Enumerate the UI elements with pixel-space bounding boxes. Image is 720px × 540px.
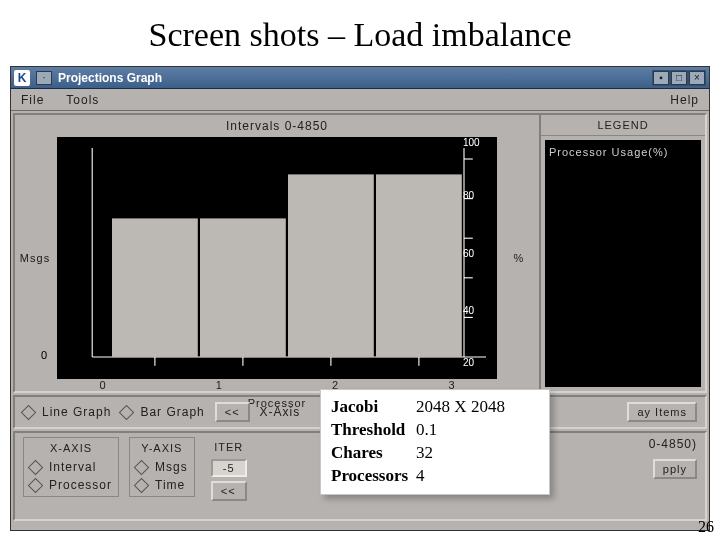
titlebar[interactable]: K · Projections Graph ▪ □ × [11, 67, 709, 89]
minimize-icon[interactable]: ▪ [653, 71, 669, 85]
apply-items-button[interactable]: ay Items [627, 402, 697, 422]
line-graph-option[interactable]: Line Graph [23, 405, 111, 419]
yaxis-msgs-option[interactable]: Msgs [136, 460, 188, 474]
xaxis-processor-label: Processor [49, 478, 112, 492]
menu-tools[interactable]: Tools [66, 93, 99, 107]
legend-title: LEGEND [541, 115, 705, 136]
chart-panel: Intervals 0-4850 Msgs [15, 115, 539, 391]
xaxis-processor-option[interactable]: Processor [30, 478, 112, 492]
xaxis-interval-label: Interval [49, 460, 96, 474]
main-panel: Intervals 0-4850 Msgs [13, 113, 707, 393]
iter-prev-button[interactable]: << [211, 481, 247, 501]
close-icon[interactable]: × [689, 71, 705, 85]
window-sticky-icon[interactable]: · [36, 71, 52, 85]
xtick: 1 [216, 379, 222, 391]
xtick: 0 [99, 379, 105, 391]
param-key: Chares [331, 442, 416, 465]
legend-panel: LEGEND Processor Usage(%) [539, 115, 705, 391]
param-key: Processors [331, 465, 416, 488]
menu-file[interactable]: File [21, 93, 44, 107]
param-val: 2048 X 2048 [416, 396, 513, 419]
slide-title: Screen shots – Load imbalance [0, 0, 720, 64]
legend-body: Processor Usage(%) [545, 140, 701, 387]
right-stack: 0-4850) pply [649, 437, 697, 479]
svg-rect-10 [288, 174, 374, 357]
apply-button[interactable]: pply [653, 459, 697, 479]
page-number: 26 [698, 518, 714, 536]
range-readout: 0-4850) [649, 437, 697, 451]
iter-heading: ITER [211, 441, 247, 453]
svg-rect-8 [112, 218, 198, 357]
yaxis-heading: Y-AXIS [136, 442, 188, 454]
xaxis-heading: X-AXIS [30, 442, 112, 454]
maximize-icon[interactable]: □ [671, 71, 687, 85]
bar-graph-option[interactable]: Bar Graph [121, 405, 204, 419]
param-val: 0.1 [416, 419, 513, 442]
svg-rect-11 [376, 174, 462, 357]
svg-rect-9 [200, 218, 286, 357]
diamond-icon [134, 459, 150, 475]
chart-title: Intervals 0-4850 [15, 115, 539, 137]
diamond-icon [21, 404, 37, 420]
yaxis-group: Y-AXIS Msgs Time [129, 437, 195, 497]
xaxis-interval-option[interactable]: Interval [30, 460, 112, 474]
y-right-label: % [499, 137, 539, 379]
xaxis-fit-partial-label: X-Axis [260, 405, 301, 419]
param-row: Chares32 [331, 442, 513, 465]
prev-button[interactable]: << [215, 402, 250, 422]
param-row: Threshold0.1 [331, 419, 513, 442]
menubar: File Tools Help [11, 89, 709, 111]
menu-help[interactable]: Help [670, 93, 699, 107]
diamond-icon [28, 459, 44, 475]
param-key: Threshold [331, 419, 416, 442]
diamond-icon [119, 404, 135, 420]
param-row: Processors4 [331, 465, 513, 488]
param-val: 4 [416, 465, 513, 488]
yaxis-time-label: Time [155, 478, 185, 492]
line-graph-label: Line Graph [42, 405, 111, 419]
diamond-icon [28, 477, 44, 493]
xaxis-group: X-AXIS Interval Processor [23, 437, 119, 497]
kde-icon: K [14, 70, 30, 86]
yaxis-msgs-label: Msgs [155, 460, 188, 474]
bar-chart-svg [57, 137, 497, 379]
param-val: 32 [416, 442, 513, 465]
iter-group: ITER -5 << [205, 437, 253, 505]
params-overlay: Jacobi2048 X 2048 Threshold0.1 Chares32 … [320, 389, 550, 495]
window-title: Projections Graph [58, 71, 162, 85]
param-row: Jacobi2048 X 2048 [331, 396, 513, 419]
iter-value[interactable]: -5 [211, 459, 247, 477]
plot-area[interactable]: 100 80 60 40 20 0 [57, 137, 497, 379]
y-left-zero: 0 [41, 349, 47, 361]
y-left-label: Msgs [15, 137, 55, 379]
bar-graph-label: Bar Graph [140, 405, 204, 419]
yaxis-time-option[interactable]: Time [136, 478, 188, 492]
param-key: Jacobi [331, 396, 416, 419]
diamond-icon [134, 477, 150, 493]
